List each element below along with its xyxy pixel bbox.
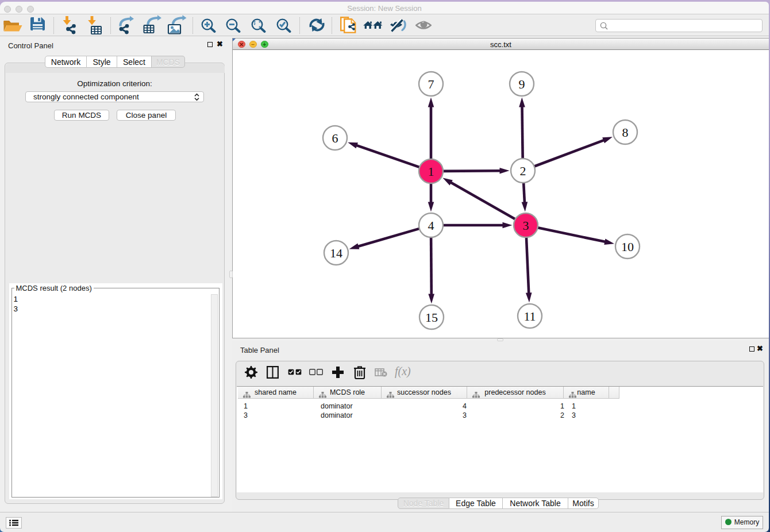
svg-text:7: 7 <box>428 77 434 91</box>
svg-text:1: 1 <box>428 164 434 179</box>
svg-text:10: 10 <box>621 240 634 254</box>
svg-text:14: 14 <box>330 246 342 260</box>
svg-text:9: 9 <box>519 77 525 91</box>
svg-text:6: 6 <box>332 131 338 145</box>
svg-text:11: 11 <box>523 309 536 323</box>
svg-text:2: 2 <box>520 164 526 178</box>
svg-text:8: 8 <box>622 125 629 140</box>
svg-text:15: 15 <box>425 310 438 325</box>
svg-text:4: 4 <box>428 218 434 233</box>
svg-text:3: 3 <box>523 218 529 233</box>
